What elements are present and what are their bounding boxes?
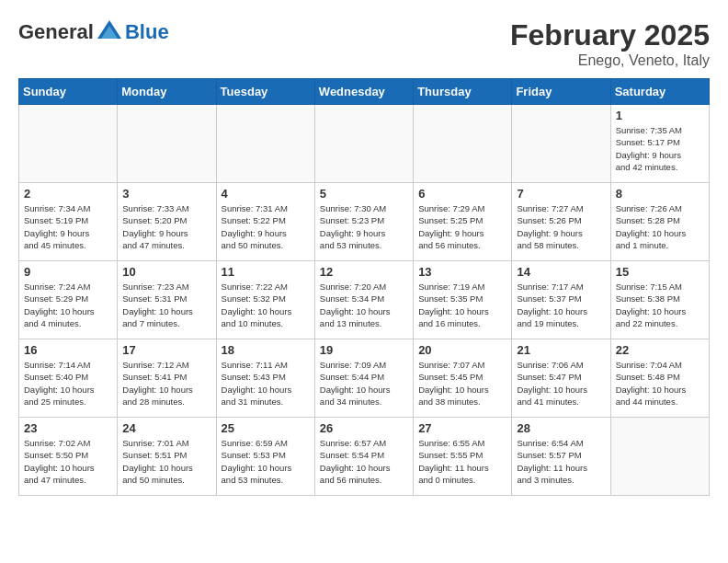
calendar-cell: 11Sunrise: 7:22 AM Sunset: 5:32 PM Dayli…	[216, 261, 314, 339]
day-info: Sunrise: 6:59 AM Sunset: 5:53 PM Dayligh…	[222, 437, 310, 486]
day-info: Sunrise: 7:26 AM Sunset: 5:28 PM Dayligh…	[616, 202, 704, 251]
day-info: Sunrise: 7:06 AM Sunset: 5:47 PM Dayligh…	[517, 359, 605, 408]
calendar-cell	[314, 105, 413, 183]
week-row: 2Sunrise: 7:34 AM Sunset: 5:19 PM Daylig…	[19, 183, 710, 261]
day-info: Sunrise: 7:23 AM Sunset: 5:31 PM Dayligh…	[122, 281, 210, 329]
day-number: 15	[616, 265, 704, 279]
day-number: 2	[24, 187, 112, 201]
calendar: SundayMondayTuesdayWednesdayThursdayFrid…	[18, 78, 710, 496]
day-info: Sunrise: 7:35 AM Sunset: 5:17 PM Dayligh…	[616, 124, 704, 173]
calendar-cell	[512, 105, 610, 183]
day-info: Sunrise: 7:33 AM Sunset: 5:20 PM Dayligh…	[122, 202, 210, 251]
day-info: Sunrise: 7:14 AM Sunset: 5:40 PM Dayligh…	[24, 359, 112, 408]
calendar-cell: 26Sunrise: 6:57 AM Sunset: 5:54 PM Dayli…	[314, 418, 413, 496]
day-number: 23	[24, 421, 112, 435]
calendar-cell: 10Sunrise: 7:23 AM Sunset: 5:31 PM Dayli…	[118, 261, 216, 339]
day-number: 8	[616, 187, 704, 201]
day-number: 1	[616, 109, 704, 122]
day-number: 10	[122, 265, 210, 279]
calendar-cell: 23Sunrise: 7:02 AM Sunset: 5:50 PM Dayli…	[19, 418, 118, 496]
day-info: Sunrise: 6:57 AM Sunset: 5:54 PM Dayligh…	[320, 437, 408, 486]
day-number: 7	[517, 187, 605, 201]
calendar-cell: 19Sunrise: 7:09 AM Sunset: 5:44 PM Dayli…	[314, 339, 413, 418]
day-info: Sunrise: 7:31 AM Sunset: 5:22 PM Dayligh…	[222, 202, 310, 251]
day-info: Sunrise: 7:01 AM Sunset: 5:51 PM Dayligh…	[122, 437, 210, 486]
weekday-header: Sunday	[19, 79, 118, 105]
calendar-cell: 3Sunrise: 7:33 AM Sunset: 5:20 PM Daylig…	[118, 183, 216, 261]
calendar-cell	[216, 105, 314, 183]
calendar-cell: 5Sunrise: 7:30 AM Sunset: 5:23 PM Daylig…	[314, 183, 413, 261]
calendar-cell	[118, 105, 216, 183]
calendar-cell: 8Sunrise: 7:26 AM Sunset: 5:28 PM Daylig…	[610, 183, 709, 261]
day-number: 24	[122, 421, 210, 435]
day-info: Sunrise: 7:19 AM Sunset: 5:35 PM Dayligh…	[418, 281, 506, 329]
day-number: 19	[320, 343, 408, 357]
day-number: 5	[320, 187, 408, 201]
week-row: 23Sunrise: 7:02 AM Sunset: 5:50 PM Dayli…	[19, 418, 710, 496]
day-info: Sunrise: 7:11 AM Sunset: 5:43 PM Dayligh…	[222, 359, 310, 408]
day-number: 21	[517, 343, 605, 357]
day-number: 18	[222, 343, 310, 357]
logo-blue: Blue	[125, 20, 169, 44]
day-number: 16	[24, 343, 112, 357]
day-info: Sunrise: 7:27 AM Sunset: 5:26 PM Dayligh…	[517, 202, 605, 251]
logo-general: General	[18, 20, 94, 44]
day-number: 27	[418, 421, 506, 435]
day-info: Sunrise: 7:17 AM Sunset: 5:37 PM Dayligh…	[517, 281, 605, 329]
logo-icon	[96, 18, 123, 46]
page-header: General Blue February 2025 Enego, Veneto…	[18, 18, 710, 69]
day-info: Sunrise: 7:34 AM Sunset: 5:19 PM Dayligh…	[24, 202, 112, 251]
day-info: Sunrise: 6:55 AM Sunset: 5:55 PM Dayligh…	[418, 437, 506, 486]
day-info: Sunrise: 7:20 AM Sunset: 5:34 PM Dayligh…	[320, 281, 408, 329]
calendar-cell: 17Sunrise: 7:12 AM Sunset: 5:41 PM Dayli…	[118, 339, 216, 418]
calendar-cell: 7Sunrise: 7:27 AM Sunset: 5:26 PM Daylig…	[512, 183, 610, 261]
day-number: 26	[320, 421, 408, 435]
day-number: 6	[418, 187, 506, 201]
day-info: Sunrise: 7:09 AM Sunset: 5:44 PM Dayligh…	[320, 359, 408, 408]
day-number: 9	[24, 265, 112, 279]
calendar-cell	[19, 105, 118, 183]
logo: General Blue	[18, 18, 169, 46]
day-number: 3	[122, 187, 210, 201]
day-number: 13	[418, 265, 506, 279]
day-info: Sunrise: 7:22 AM Sunset: 5:32 PM Dayligh…	[222, 281, 310, 329]
calendar-cell: 14Sunrise: 7:17 AM Sunset: 5:37 PM Dayli…	[512, 261, 610, 339]
calendar-cell: 9Sunrise: 7:24 AM Sunset: 5:29 PM Daylig…	[19, 261, 118, 339]
day-number: 28	[517, 421, 605, 435]
weekday-header: Thursday	[414, 79, 512, 105]
day-number: 20	[418, 343, 506, 357]
day-info: Sunrise: 7:30 AM Sunset: 5:23 PM Dayligh…	[320, 202, 408, 251]
day-info: Sunrise: 7:07 AM Sunset: 5:45 PM Dayligh…	[418, 359, 506, 408]
weekday-header: Tuesday	[216, 79, 314, 105]
week-row: 1Sunrise: 7:35 AM Sunset: 5:17 PM Daylig…	[19, 105, 710, 183]
day-info: Sunrise: 6:54 AM Sunset: 5:57 PM Dayligh…	[517, 437, 605, 486]
calendar-cell: 21Sunrise: 7:06 AM Sunset: 5:47 PM Dayli…	[512, 339, 610, 418]
calendar-cell: 20Sunrise: 7:07 AM Sunset: 5:45 PM Dayli…	[414, 339, 512, 418]
day-info: Sunrise: 7:04 AM Sunset: 5:48 PM Dayligh…	[616, 359, 704, 408]
day-number: 22	[616, 343, 704, 357]
calendar-cell	[610, 418, 709, 496]
weekday-header: Monday	[118, 79, 216, 105]
day-number: 25	[222, 421, 310, 435]
weekday-header: Friday	[512, 79, 610, 105]
calendar-cell: 4Sunrise: 7:31 AM Sunset: 5:22 PM Daylig…	[216, 183, 314, 261]
month-year: February 2025	[510, 18, 710, 52]
calendar-cell	[414, 105, 512, 183]
calendar-cell: 24Sunrise: 7:01 AM Sunset: 5:51 PM Dayli…	[118, 418, 216, 496]
day-info: Sunrise: 7:29 AM Sunset: 5:25 PM Dayligh…	[418, 202, 506, 251]
calendar-cell: 16Sunrise: 7:14 AM Sunset: 5:40 PM Dayli…	[19, 339, 118, 418]
calendar-cell: 15Sunrise: 7:15 AM Sunset: 5:38 PM Dayli…	[610, 261, 709, 339]
calendar-cell: 2Sunrise: 7:34 AM Sunset: 5:19 PM Daylig…	[19, 183, 118, 261]
weekday-header: Saturday	[610, 79, 709, 105]
calendar-cell: 27Sunrise: 6:55 AM Sunset: 5:55 PM Dayli…	[414, 418, 512, 496]
calendar-cell: 12Sunrise: 7:20 AM Sunset: 5:34 PM Dayli…	[314, 261, 413, 339]
title-block: February 2025 Enego, Veneto, Italy	[510, 18, 710, 69]
day-number: 12	[320, 265, 408, 279]
day-info: Sunrise: 7:02 AM Sunset: 5:50 PM Dayligh…	[24, 437, 112, 486]
day-info: Sunrise: 7:12 AM Sunset: 5:41 PM Dayligh…	[122, 359, 210, 408]
location: Enego, Veneto, Italy	[510, 52, 710, 69]
calendar-cell: 6Sunrise: 7:29 AM Sunset: 5:25 PM Daylig…	[414, 183, 512, 261]
week-row: 16Sunrise: 7:14 AM Sunset: 5:40 PM Dayli…	[19, 339, 710, 418]
day-info: Sunrise: 7:24 AM Sunset: 5:29 PM Dayligh…	[24, 281, 112, 329]
day-number: 4	[222, 187, 310, 201]
